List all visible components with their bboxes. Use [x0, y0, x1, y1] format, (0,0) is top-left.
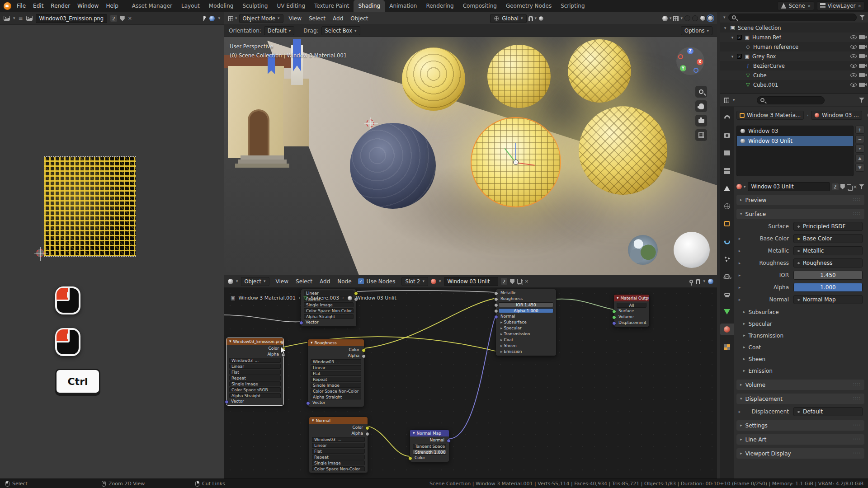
outliner-row[interactable]: ✓ BezierCurve — [720, 61, 868, 70]
node-row[interactable]: Normal — [410, 437, 449, 443]
hide-in-viewport-icon[interactable] — [850, 73, 857, 77]
property-value-widget[interactable]: Default — [793, 407, 863, 416]
expand-caret-icon[interactable] — [723, 26, 727, 30]
unlink-image-icon[interactable]: × — [128, 16, 132, 21]
workspace-tab[interactable]: Rendering — [421, 0, 458, 12]
image-texture-node-normal[interactable]: ▾ Normal ColorAlphaWindow03_...LinearFla… — [309, 417, 368, 473]
show-overlays-icon[interactable] — [673, 16, 679, 21]
node-header[interactable]: ▾ Normal Map — [410, 430, 449, 436]
tab-modifiers[interactable] — [720, 235, 734, 247]
workspace-tab[interactable]: UV Editing — [272, 0, 310, 12]
node-row[interactable]: Strength 1.000 — [410, 449, 449, 455]
axis-y-handle[interactable]: Y — [680, 65, 686, 71]
panel-viewport-display[interactable]: ▸ Viewport Display — [736, 448, 864, 459]
node-row[interactable]: Emission — [496, 349, 556, 355]
disable-in-render-icon[interactable] — [859, 54, 865, 58]
hide-in-viewport-icon[interactable] — [850, 83, 857, 87]
workspace-tab[interactable]: Scripting — [556, 0, 589, 12]
viewlayer-selector[interactable]: ViewLayer × — [817, 1, 864, 10]
unlink-scene-icon[interactable]: × — [807, 4, 811, 8]
proportional-edit-icon[interactable] — [539, 16, 543, 21]
show-gizmo-icon[interactable] — [662, 16, 668, 21]
axis-z-handle[interactable]: Z — [687, 48, 693, 54]
shader-menu[interactable]: Select — [292, 275, 316, 287]
menubar-menu[interactable]: File — [13, 0, 29, 12]
menubar-menu[interactable]: Help — [102, 0, 122, 12]
tab-tool[interactable] — [720, 112, 734, 124]
node-row[interactable]: Window03_... — [309, 436, 368, 442]
panel-volume[interactable]: ▸ Volume — [736, 380, 864, 390]
axis-z-negative-handle[interactable] — [693, 68, 698, 73]
surface-subpanel[interactable]: ▸ Coat — [736, 342, 864, 352]
image-name-field[interactable]: Window03_Emission.png — [36, 14, 107, 23]
collection-checkbox[interactable]: ✓ — [737, 54, 742, 59]
breadcrumb-material-chip[interactable]: Window 03 ... — [811, 111, 862, 120]
surface-subpanel[interactable]: ▸ Emission — [736, 366, 864, 376]
disable-in-render-icon[interactable] — [859, 73, 865, 77]
zoom-tool-button[interactable] — [695, 86, 707, 98]
tab-constraints[interactable] — [720, 288, 734, 300]
axis-x-handle[interactable]: X — [697, 59, 703, 65]
material-users-count[interactable]: 2 — [501, 278, 508, 285]
node-row[interactable]: Repeat — [308, 376, 364, 382]
node-row[interactable]: Sheen — [496, 343, 556, 349]
filter-icon[interactable] — [859, 98, 864, 103]
node-row[interactable]: Flat — [309, 448, 368, 454]
shading-material-icon[interactable] — [700, 15, 706, 21]
outliner-search-input[interactable] — [728, 14, 857, 21]
image-texture-node-emission[interactable]: ▾ Window03_Emission.png ColorAlphaWindow… — [226, 338, 284, 406]
collapse-caret-icon[interactable]: ▾ — [311, 341, 313, 345]
property-value-widget[interactable]: Principled BSDF — [793, 222, 863, 231]
material-icon[interactable] — [431, 279, 436, 284]
navigation-gizmo[interactable]: Z X Y — [676, 47, 704, 75]
property-value-widget[interactable]: Metallic — [793, 246, 863, 255]
disable-in-render-icon[interactable] — [859, 64, 865, 68]
node-row[interactable]: Single Image — [226, 381, 283, 387]
new-material-icon[interactable] — [847, 184, 851, 189]
expand-caret-icon[interactable]: ▸ — [736, 409, 743, 414]
scene-selector[interactable]: Scene × — [778, 1, 814, 10]
node-header[interactable]: ▾ Material Output — [614, 295, 649, 301]
node-row[interactable]: Linear — [309, 442, 368, 448]
tab-material[interactable] — [720, 324, 734, 335]
toggle-view-button[interactable] — [695, 129, 707, 141]
shader-menu[interactable]: View — [272, 275, 292, 287]
tab-object-data[interactable] — [720, 306, 734, 318]
node-row[interactable]: Subsurface — [496, 319, 556, 325]
editor-type-icon[interactable] — [228, 16, 233, 21]
workspace-tab[interactable]: Modeling — [204, 0, 238, 12]
viewport-canvas[interactable]: Z X Y User Perspective (0) Scene Collect… — [224, 37, 717, 275]
disable-in-render-icon[interactable] — [859, 45, 865, 49]
slot-specials-button[interactable]: ▾ — [855, 145, 864, 153]
collapse-caret-icon[interactable]: ▾ — [413, 431, 415, 435]
camera-view-button[interactable] — [695, 115, 707, 127]
remove-slot-button[interactable]: − — [855, 135, 864, 143]
panel-settings[interactable]: ▸ Settings — [736, 420, 864, 431]
viewport-menu[interactable]: Add — [329, 12, 347, 24]
node-row[interactable]: Roughness — [496, 296, 556, 302]
sphere-unlit-dark[interactable] — [350, 123, 436, 209]
shading-wireframe-icon[interactable] — [684, 15, 690, 21]
expand-caret-icon[interactable] — [730, 35, 735, 40]
slot-dropdown[interactable]: Slot 2 ▾ — [401, 277, 428, 286]
node-header[interactable]: ▾ Roughness — [308, 339, 364, 346]
menubar-menu[interactable]: Window — [74, 0, 102, 12]
material-name-field[interactable]: Window 03 Unlit — [748, 182, 830, 191]
workspace-tab[interactable]: Geometry Nodes — [501, 0, 556, 12]
node-row[interactable]: Color — [308, 347, 364, 353]
fake-user-icon[interactable] — [840, 184, 845, 189]
tab-scene[interactable] — [720, 183, 734, 194]
node-row[interactable]: Volume — [614, 314, 649, 320]
sphere-emissive-tiles[interactable] — [579, 106, 667, 195]
viewport-menu[interactable]: Object — [347, 12, 372, 24]
panel-surface[interactable]: ▾ Surface — [736, 209, 864, 219]
tab-object[interactable] — [720, 218, 734, 230]
principled-bsdf-node[interactable]: MetallicRoughnessIOR 1.450Alpha 1.000Nor… — [495, 289, 557, 356]
tab-texture[interactable] — [720, 341, 734, 353]
editor-type-caret-icon[interactable]: ▾ — [733, 98, 735, 102]
node-header[interactable]: ▾ Window03_Emission.png — [226, 338, 283, 345]
transform-orientation-dropdown[interactable]: Global ▾ — [490, 14, 526, 23]
mode-dropdown[interactable]: Object Mode ▾ — [239, 14, 283, 23]
viewport-menu[interactable]: View — [285, 12, 305, 24]
outliner-row[interactable]: ✓ Cube.001 — [720, 80, 868, 89]
